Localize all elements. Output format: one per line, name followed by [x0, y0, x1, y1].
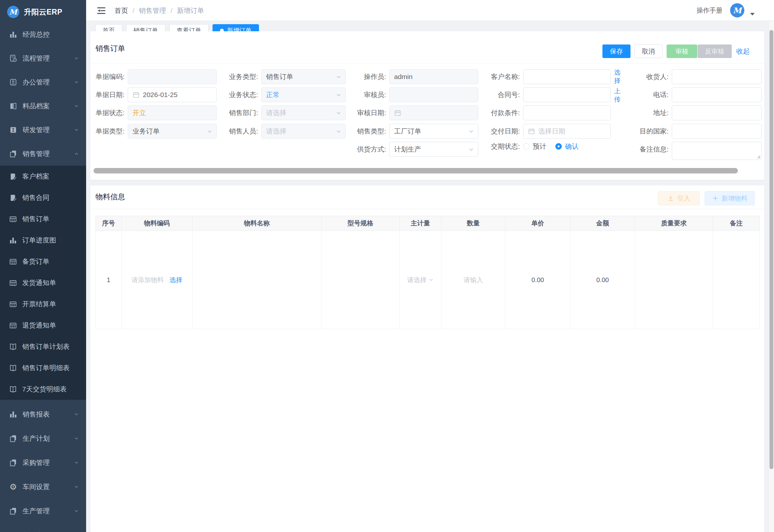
address-input[interactable] [672, 105, 762, 120]
copy-docs-icon [9, 507, 17, 515]
receiver-input[interactable] [672, 69, 762, 84]
bar-chart-icon [9, 30, 17, 39]
import-button[interactable]: 引入 [658, 191, 700, 205]
user-avatar[interactable]: M [730, 3, 744, 17]
chevron-down-icon [74, 508, 79, 514]
cell-quantity[interactable]: 请输入 [442, 231, 505, 329]
field-audit-date: 审核日期: [354, 105, 478, 120]
customer-select-link[interactable]: 选择 [614, 68, 622, 85]
upload-link[interactable]: 上传 [614, 87, 622, 103]
horizontal-scrollbar-thumb[interactable] [94, 168, 738, 173]
sidebar-item-7day-delivery-report[interactable]: 7天交货明细表 [0, 379, 86, 400]
col-material-name: 物料名称 [193, 216, 322, 231]
remark-textarea[interactable] [672, 142, 762, 160]
sidebar-item-purchase-mgmt[interactable]: 采购管理 [0, 451, 86, 475]
bill-date-input[interactable]: 2026-01-25 [128, 87, 217, 102]
cell-unit-price[interactable]: 0.00 [505, 231, 571, 329]
cell-seq: 1 [96, 231, 122, 329]
field-bill-code: 单据编码: [94, 69, 217, 84]
sidebar-item-rd-mgmt[interactable]: 研发管理 [0, 118, 86, 142]
radio-checked-icon[interactable] [555, 143, 562, 150]
sales-type-select[interactable]: 工厂订单 [389, 124, 478, 139]
sidebar-item-stock-order[interactable]: 备货订单 [0, 251, 86, 272]
col-quality-req: 质量要求 [635, 216, 713, 231]
cancel-button[interactable]: 取消 [634, 44, 662, 58]
vertical-scrollbar-thumb[interactable] [769, 30, 773, 469]
app-logo[interactable]: M 升阳云ERP [0, 0, 86, 24]
sidebar-item-order-plan-report[interactable]: 销售订单计划表 [0, 336, 86, 357]
field-sales-person: 销售人员: 请选择 [226, 124, 346, 139]
dest-country-input[interactable] [672, 124, 762, 139]
calendar-icon [394, 109, 401, 116]
col-material-code: 物料编码 [122, 216, 193, 231]
sidebar-item-production-mgmt[interactable]: 生产管理 [0, 499, 86, 523]
header-divider [90, 209, 764, 209]
document-edit-icon [9, 194, 17, 202]
bill-type-select[interactable]: 业务订单 [128, 124, 217, 139]
field-address: 地址: [626, 105, 762, 120]
radio-unchecked-icon[interactable] [523, 143, 530, 150]
sales-dept-select[interactable]: 请选择 [261, 105, 346, 120]
chevron-up-icon [74, 151, 79, 156]
chevron-down-icon [74, 80, 79, 85]
biz-status-select[interactable]: 正常 [261, 87, 346, 102]
sidebar-item-sales-order[interactable]: 销售订单 [0, 208, 86, 230]
copy-docs-icon [9, 150, 17, 158]
sidebar-item-office-mgmt[interactable]: 办公管理 [0, 70, 86, 94]
copy-docs-icon [9, 434, 17, 443]
field-supply-mode: 供货方式: 计划生产 [354, 142, 478, 157]
materials-title: 物料信息 [95, 192, 125, 202]
plus-icon [712, 195, 719, 202]
save-button[interactable]: 保存 [602, 44, 630, 58]
sidebar-item-customer-archive[interactable]: 客户档案 [0, 166, 86, 187]
resize-handle-icon[interactable] [756, 154, 760, 159]
sidebar-item-sales-contract[interactable]: 销售合同 [0, 187, 86, 208]
open-book-icon [9, 364, 17, 372]
document-clock-icon [9, 54, 17, 63]
delivery-date-input[interactable]: 选择日期 [523, 124, 611, 139]
breadcrumb-new-order: 新增订单 [177, 6, 204, 15]
user-menu-caret-icon[interactable] [750, 13, 755, 15]
contract-no-input[interactable] [523, 87, 611, 102]
sidebar-item-business-overview[interactable]: 经营总控 [0, 23, 86, 46]
sidebar-collapse-icon[interactable] [96, 6, 106, 15]
sidebar-item-return-notice[interactable]: 退货通知单 [0, 315, 86, 336]
breadcrumb-home[interactable]: 首页 [114, 6, 128, 15]
cell-unit[interactable]: 请选择 [400, 231, 442, 329]
sidebar-item-material-archive[interactable]: 料品档案 [0, 94, 86, 118]
table-grid-icon [9, 279, 17, 287]
download-icon [668, 195, 674, 202]
erp-screen: M 升阳云ERP 经营总控 流程管理 办公管理 料品档案 研发管理 [0, 0, 774, 532]
sidebar-item-production-plan[interactable]: 生产计划 [0, 427, 86, 450]
chevron-down-icon [74, 56, 79, 61]
material-select-link[interactable]: 选择 [170, 276, 183, 284]
sidebar-item-sales-mgmt[interactable]: 销售管理 [0, 142, 86, 166]
sidebar-item-shipping-notice[interactable]: 发货通知单 [0, 272, 86, 293]
add-material-button[interactable]: 新增物料 [705, 191, 755, 205]
collapse-link[interactable]: 收起 [736, 47, 750, 56]
audit-button[interactable]: 审核 [667, 44, 697, 58]
field-dest-country: 目的国家: [626, 124, 762, 139]
sidebar-item-process-mgmt[interactable]: 流程管理 [0, 46, 86, 70]
biz-type-select[interactable]: 销售订单 [261, 69, 346, 84]
phone-input[interactable] [672, 87, 762, 102]
supply-mode-select[interactable]: 计划生产 [389, 142, 478, 157]
audit-date-input [389, 105, 478, 120]
sidebar-item-processing-workshop[interactable]: 加工车间 [0, 523, 86, 532]
sales-person-select[interactable]: 请选择 [261, 124, 346, 139]
customer-input[interactable] [523, 69, 611, 84]
sidebar-item-workshop-settings[interactable]: ⚙ 车间设置 [0, 475, 86, 499]
field-remark: 备注信息: [626, 142, 762, 160]
payment-terms-input[interactable] [523, 105, 611, 120]
unaudit-button[interactable]: 反审核 [698, 44, 732, 58]
breadcrumb-sales-mgmt[interactable]: 销售管理 [139, 6, 166, 15]
sidebar-item-sales-report[interactable]: 销售报表 [0, 402, 86, 426]
sidebar-item-invoice-settlement[interactable]: 开票结算单 [0, 293, 86, 315]
chevron-down-icon [207, 129, 213, 134]
bill-code-input[interactable] [128, 69, 217, 84]
breadcrumb: 首页 / 销售管理 / 新增订单 [114, 0, 204, 21]
sidebar-item-order-progress[interactable]: 订单进度图 [0, 230, 86, 251]
manual-link[interactable]: 操作手册 [697, 0, 722, 21]
chevron-down-icon [74, 127, 79, 133]
sidebar-item-order-detail-report[interactable]: 销售订单明细表 [0, 357, 86, 379]
